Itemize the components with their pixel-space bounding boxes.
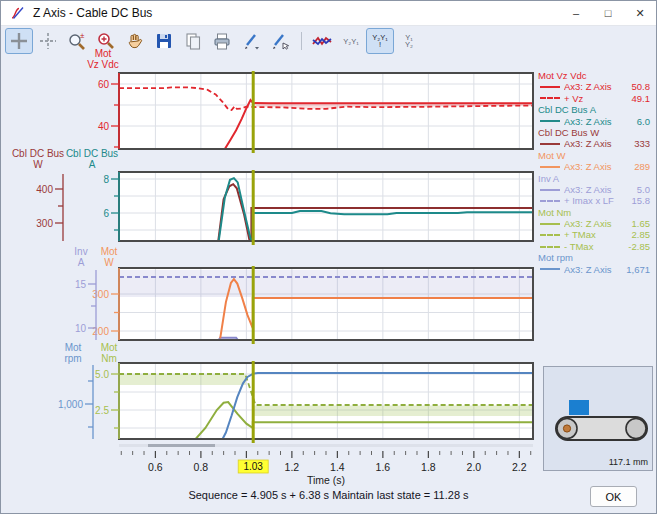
sequence-status-text: Sequence = 4.905 s + 6.38 s Maintain las… [1, 489, 656, 501]
time-tick-label: 2.0 [467, 461, 482, 473]
y-tick-label: 400 [36, 184, 53, 195]
bang-icon: ! [372, 41, 387, 48]
legend-line-sample [540, 200, 560, 202]
cursor-values-button[interactable]: Y₂Y₁ ! [366, 28, 394, 54]
select-annotation-button[interactable] [266, 28, 294, 54]
legend-cursor-value: 333 [634, 138, 650, 149]
overlay-curves-button[interactable] [308, 28, 336, 54]
delta-cursor-button[interactable] [34, 28, 62, 54]
ok-button[interactable]: OK [590, 486, 637, 507]
legend-entry[interactable]: Ax3: Z Axis5.0 [538, 184, 650, 195]
legend-entry-label: + TMax [564, 229, 632, 240]
legend-cursor-value: 5.0 [637, 184, 650, 195]
legend-cursor-value: 6.0 [637, 116, 650, 127]
time-tick-label: 1.2 [285, 461, 300, 473]
limit-band [253, 406, 533, 417]
travel-dimension-label: 117.1 mm [609, 457, 648, 467]
copy-button[interactable] [179, 28, 207, 54]
plot-dc-bus-canvas[interactable]: 86400300 [29, 172, 535, 241]
legend-line-sample [540, 120, 560, 122]
plot-voltage-canvas[interactable]: 6040 [29, 73, 535, 149]
toolbar-separator [301, 32, 302, 50]
x-axis-title: Time (s) [307, 474, 345, 486]
legend-entry[interactable]: Ax3: Z Axis1,671 [538, 264, 650, 275]
move-cursor-button[interactable] [5, 28, 33, 54]
y-tick-label: 200 [92, 326, 109, 337]
legend-entry[interactable]: Ax3: Z Axis289 [538, 161, 650, 172]
time-tick-label: 1.4 [330, 461, 345, 473]
legend-entry[interactable]: Ax3: Z Axis1.65 [538, 218, 650, 229]
legend-line-sample [540, 223, 560, 225]
y2-icon: Y₂ [405, 41, 413, 48]
legend-cursor-value: 49.1 [632, 93, 651, 104]
legend-entry-label: - TMax [564, 241, 628, 252]
y-axis-rpm: 1,000 [58, 365, 93, 439]
legend-entry[interactable]: Ax3: Z Axis50.8 [538, 81, 650, 92]
plot2-right-axis-title: Cbl DC BusA [63, 148, 121, 170]
pen-pointer-icon [270, 31, 290, 51]
conveyor-icon [544, 367, 652, 470]
plot3-right-axis-title: MotW [89, 246, 129, 268]
maximize-button[interactable]: □ [592, 1, 624, 25]
legend-cursor-value: 1,671 [626, 264, 650, 275]
legend-line-sample [540, 234, 560, 236]
copy-icon [183, 31, 203, 51]
plot-speed-torque-canvas[interactable]: 5.02.51,000 [29, 363, 535, 439]
idle-roller [626, 419, 646, 439]
y-axis-nm: 5.02.5 [95, 363, 119, 439]
legend-entry[interactable]: Ax3: Z Axis333 [538, 138, 650, 149]
overlay-curves-icon [311, 31, 333, 51]
legend-cursor-value: 15.8 [632, 195, 651, 206]
y-tick-label: 60 [98, 79, 110, 90]
print-button[interactable] [208, 28, 236, 54]
y-axis-vdc: 6040 [98, 73, 119, 149]
legend-entry-label: Ax3: Z Axis [564, 81, 632, 92]
save-button[interactable] [150, 28, 178, 54]
y-tick-label: 40 [98, 121, 110, 132]
mechanism-preview-panel: 117.1 mm [543, 366, 653, 471]
y2y1-icon: Y₂Y₁ [343, 37, 358, 46]
legend-line-sample [540, 189, 560, 191]
title-bar: Z Axis - Cable DC Bus – □ ✕ [1, 1, 656, 26]
legend-entry[interactable]: + Vz49.1 [538, 93, 650, 104]
legend-line-sample [540, 143, 560, 145]
y-tick-label: 15 [75, 279, 87, 290]
time-tick-label: 0.8 [194, 461, 209, 473]
plot-power-current-canvas[interactable]: 3002001510 [29, 268, 535, 340]
close-button[interactable]: ✕ [624, 1, 656, 25]
legend-entry-label: Ax3: Z Axis [564, 138, 634, 149]
legend-group-label: Mot Vz Vdc [538, 70, 650, 81]
legend-cursor-value: 1.65 [632, 218, 651, 229]
legend-entry-label: Ax3: Z Axis [564, 184, 637, 195]
legend-group-label: Cbl DC Bus W [538, 127, 650, 138]
window-title: Z Axis - Cable DC Bus [33, 6, 152, 20]
y-axis-watt: 400300 [36, 174, 63, 241]
cursor-time-label: 1.03 [243, 461, 263, 472]
drive-shaft [563, 425, 570, 432]
window: Z Axis - Cable DC Bus – □ ✕ ± [0, 0, 657, 514]
legend-entry[interactable]: - TMax-2.85 [538, 241, 650, 252]
legend-entry-label: + Vz [564, 93, 632, 104]
legend-line-sample [540, 166, 560, 168]
y-tick-label: 8 [103, 174, 109, 185]
plot4-left-axis-title: Motrpm [53, 342, 93, 364]
minimize-button[interactable]: – [560, 1, 592, 25]
save-icon [154, 31, 174, 51]
legend-cursor-value: 2.85 [632, 229, 651, 240]
annotate-button[interactable] [237, 28, 265, 54]
legend-group-label: Inv A [538, 173, 650, 184]
time-tick-label: 1.8 [421, 461, 436, 473]
y-tick-label: 5.0 [95, 369, 109, 380]
app-icon [10, 5, 26, 21]
stack-axes-button[interactable]: Y₁ Y₂ [395, 28, 423, 54]
legend-cursor-value: 289 [634, 161, 650, 172]
legend-entry[interactable]: + Imax x LF15.8 [538, 195, 650, 206]
axes-y2y1-button[interactable]: Y₂Y₁ [337, 28, 365, 54]
legend-line-sample [540, 86, 560, 88]
legend-entry[interactable]: + TMax2.85 [538, 229, 650, 240]
y-axis-amp: 86 [103, 172, 119, 241]
legend-entry[interactable]: Ax3: Z Axis6.0 [538, 116, 650, 127]
legend-entry-label: Ax3: Z Axis [564, 218, 632, 229]
legend-group-label: Mot rpm [538, 252, 650, 263]
svg-text:±: ± [80, 31, 85, 40]
